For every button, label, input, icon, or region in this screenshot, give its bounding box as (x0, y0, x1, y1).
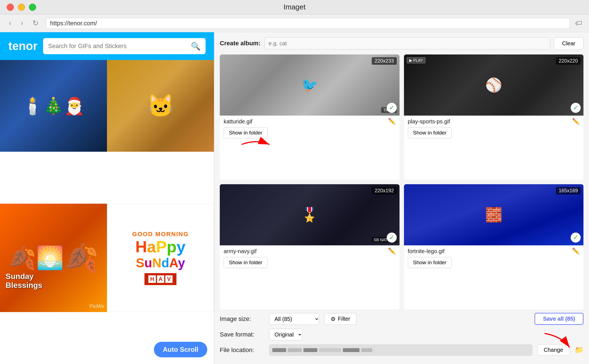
bottom-controls: Image size: All (85) Small Medium Large … (220, 310, 583, 359)
play-badge-2: ▶ PLAY (407, 57, 426, 63)
edit-icon-2[interactable]: ✏️ (572, 118, 580, 125)
auto-scroll-button[interactable]: Auto Scroll (154, 342, 207, 357)
bookmark-icon[interactable]: 🏷 (575, 19, 582, 28)
right-panel: Create album: Clear 🐦 220x233 TikTok ✓ k… (214, 32, 589, 364)
album-input[interactable] (264, 37, 550, 49)
gif-cell-christmas[interactable] (0, 60, 107, 204)
edit-icon-1[interactable]: ✏️ (388, 118, 396, 125)
dim-badge-4: 165x169 (556, 187, 581, 195)
check-badge-2: ✓ (571, 103, 581, 113)
create-album-label: Create album: (220, 40, 261, 47)
titlebar: Imaget (0, 0, 589, 14)
tenor-search-container: 🔍 (43, 38, 206, 54)
main-layout: tenor 🔍 🐱 🍂 PicMix (0, 32, 589, 364)
path-segment-6 (361, 348, 372, 352)
urlbar: ‹ › ↻ 🏷 (0, 14, 589, 32)
check-badge-3: ✓ (387, 233, 397, 243)
filename-3: army-navy.gif (224, 248, 385, 255)
show-in-folder-btn-2[interactable]: Show in folder (408, 127, 452, 138)
tenor-header: tenor 🔍 (0, 32, 214, 60)
tenor-search-input[interactable] (48, 43, 188, 50)
image-grid: 🐦 220x233 TikTok ✓ katturide.gif ✏️ Show… (220, 54, 583, 310)
traffic-lights (7, 4, 36, 11)
file-path-display (269, 345, 532, 356)
check-badge-1: ✓ (387, 103, 397, 113)
change-button[interactable]: Change (537, 344, 570, 356)
path-segment-1 (272, 348, 286, 352)
format-row: Save format: Original GIF MP4 WebP (220, 329, 583, 340)
image-card-1: 🐦 220x233 TikTok ✓ katturide.gif ✏️ Show… (220, 54, 400, 180)
save-all-button[interactable]: Save all (85) (535, 313, 583, 325)
dim-badge-3: 220x192 (372, 187, 396, 195)
image-size-select[interactable]: All (85) Small Medium Large (269, 313, 319, 325)
url-input[interactable] (46, 18, 570, 29)
browser-panel: tenor 🔍 🐱 🍂 PicMix (0, 32, 214, 364)
show-in-folder-btn-3[interactable]: Show in folder (224, 257, 268, 268)
back-button[interactable]: ‹ (7, 18, 14, 29)
gif-cell-autumn[interactable]: 🍂 PicMix SundayBlessings (0, 204, 107, 364)
image-info-row-1: katturide.gif ✏️ (220, 116, 400, 127)
maximize-button[interactable] (29, 4, 36, 11)
filename-2: play-sports-ps.gif (408, 118, 570, 125)
file-location-label: File location: (220, 346, 264, 354)
search-icon[interactable]: 🔍 (191, 42, 201, 51)
image-thumb-2[interactable]: ⚾ ▶ PLAY 220x220 ✓ (404, 54, 584, 116)
image-thumb-3[interactable]: 🎖️ 220x192 SB NATION ✓ (220, 184, 400, 245)
window-title: Imaget (283, 3, 306, 11)
image-size-label: Image size: (220, 315, 264, 323)
save-format-label: Save format: (220, 331, 264, 338)
image-card-3: 🎖️ 220x192 SB NATION ✓ army-navy.gif ✏️ … (220, 184, 400, 310)
show-in-folder-btn-4[interactable]: Show in folder (408, 257, 452, 268)
edit-icon-4[interactable]: ✏️ (572, 248, 580, 255)
path-segment-2 (288, 348, 302, 352)
show-in-folder-btn-1[interactable]: Show in folder (224, 127, 268, 138)
image-thumb-1[interactable]: 🐦 220x233 TikTok ✓ (220, 54, 400, 116)
image-info-row-3: army-navy.gif ✏️ (220, 245, 400, 257)
file-location-row: File location: Change 📁 (220, 344, 583, 356)
refresh-button[interactable]: ↻ (30, 18, 41, 29)
image-card-4: 🧱 165x169 ✓ fortnite-lego.gif ✏️ Show in… (404, 184, 584, 310)
path-segment-3 (303, 348, 317, 352)
filter-label: Filter (338, 316, 350, 322)
folder-icon[interactable]: 📁 (575, 346, 583, 354)
tenor-logo: tenor (8, 39, 38, 53)
filter-button[interactable]: ⚙ Filter (324, 313, 356, 325)
size-row: Image size: All (85) Small Medium Large … (220, 313, 583, 325)
dim-badge-1: 220x233 (372, 57, 396, 65)
filter-icon: ⚙ (331, 316, 336, 322)
filename-1: katturide.gif (224, 118, 385, 125)
check-badge-4: ✓ (571, 233, 581, 243)
path-segment-5 (343, 348, 360, 352)
image-info-row-2: play-sports-ps.gif ✏️ (404, 116, 584, 127)
clear-button[interactable]: Clear (554, 37, 583, 49)
watermark-text: PicMix (89, 303, 104, 309)
image-card-2: ⚾ ▶ PLAY 220x220 ✓ play-sports-ps.gif ✏️… (404, 54, 584, 180)
save-format-select[interactable]: Original GIF MP4 WebP (269, 329, 302, 340)
create-album-row: Create album: Clear (220, 37, 583, 49)
forward-button[interactable]: › (19, 18, 26, 29)
edit-icon-3[interactable]: ✏️ (388, 248, 396, 255)
image-info-row-4: fortnite-lego.gif ✏️ (404, 245, 584, 257)
close-button[interactable] (7, 4, 14, 11)
filename-4: fortnite-lego.gif (408, 248, 570, 255)
path-segment-4 (319, 348, 341, 352)
gif-cell-good-morning[interactable]: GOOD MORNING HaPpy SuNdAy H A V Auto Scr… (107, 204, 214, 364)
dim-badge-2: 220x220 (556, 57, 581, 65)
image-thumb-4[interactable]: 🧱 165x169 ✓ (404, 184, 584, 245)
gif-cell-cat[interactable]: 🐱 (107, 60, 214, 204)
minimize-button[interactable] (18, 4, 25, 11)
